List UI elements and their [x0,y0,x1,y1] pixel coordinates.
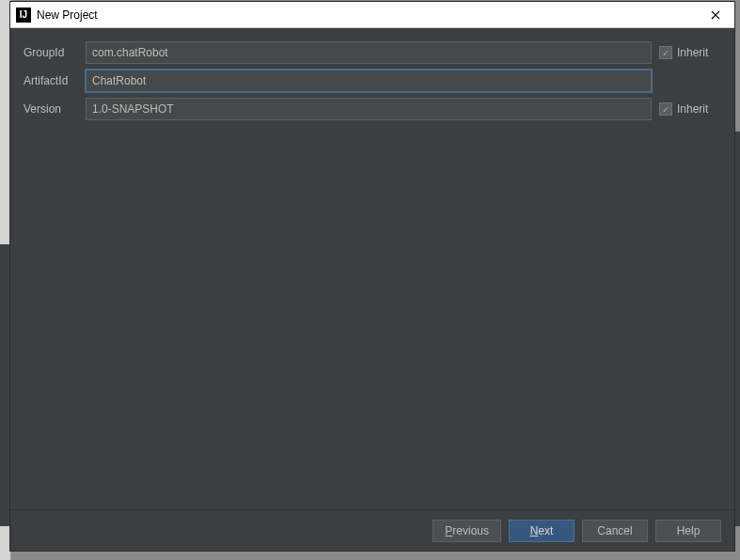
version-inherit[interactable]: ✓ Inherit [659,102,721,116]
app-icon: IJ [16,8,31,23]
artifactid-label: ArtifactId [24,74,78,87]
dialog-content: GroupId ✓ Inherit ArtifactId Version ✓ I… [10,28,734,509]
cancel-button[interactable]: Cancel [582,520,648,542]
titlebar: IJ New Project [10,2,734,28]
previous-rest: revious [452,524,489,537]
checkbox-icon: ✓ [659,102,672,116]
version-row: Version ✓ Inherit [24,98,721,120]
next-button[interactable]: Next [509,520,575,542]
groupid-label: GroupId [24,46,78,59]
groupid-row: GroupId ✓ Inherit [24,41,721,64]
version-label: Version [24,102,78,116]
groupid-inherit[interactable]: ✓ Inherit [659,46,721,59]
artifactid-row: ArtifactId [24,70,721,92]
inherit-label: Inherit [677,102,708,116]
window-title: New Project [37,8,98,22]
new-project-dialog: IJ New Project GroupId ✓ Inherit Artifac… [9,1,735,552]
previous-button[interactable]: Previous [433,520,501,542]
checkbox-icon: ✓ [659,46,672,59]
help-button[interactable]: Help [655,520,721,542]
close-icon [711,10,720,20]
close-button[interactable] [697,2,734,28]
groupid-input[interactable] [86,41,652,64]
next-rest: ext [538,524,553,537]
version-input[interactable] [86,98,652,120]
button-bar: Previous Next Cancel Help [10,509,734,551]
inherit-label: Inherit [677,46,708,59]
artifactid-input[interactable] [86,70,652,92]
